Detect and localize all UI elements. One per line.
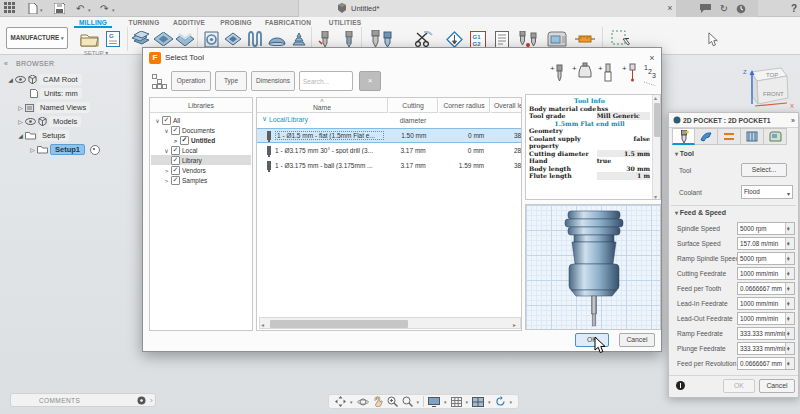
redo-caret[interactable]: ▾ (112, 7, 115, 13)
coolant-dropdown[interactable]: Flood▾ (741, 185, 793, 199)
filter-dimensions-button[interactable]: Dimensions (251, 71, 295, 91)
browser-item-units[interactable]: Units: mm (30, 88, 82, 99)
app-grid-icon[interactable] (4, 2, 18, 15)
browser-item-label[interactable]: Units: mm (40, 88, 82, 99)
column-header-corner-radius[interactable]: Corner radius (439, 98, 490, 113)
slot-milling-icon[interactable] (223, 29, 243, 49)
undo-caret[interactable]: ▾ (88, 7, 91, 13)
tool-section-header[interactable]: Tool (675, 150, 694, 157)
library-node-library[interactable]: Library (171, 156, 202, 165)
tool-library-icon[interactable] (516, 29, 542, 49)
lead-out-feedrate-input[interactable]: 1000 mm/min (737, 312, 795, 325)
tab-tool[interactable] (672, 128, 695, 145)
stepper-icon[interactable] (785, 358, 794, 369)
scroll-right-icon[interactable]: ▸ (513, 321, 516, 328)
window-selection-icon[interactable] (610, 29, 632, 49)
extensions-icon[interactable]: ↻ (718, 0, 730, 17)
post-process-gcode-icon[interactable]: G1G2 (468, 29, 488, 49)
library-node-vendors[interactable]: >Vendors (162, 166, 206, 175)
clear-search-button[interactable]: × (359, 71, 381, 91)
tool-select-button[interactable]: Select... (741, 163, 787, 177)
stepper-icon[interactable] (785, 223, 794, 234)
checkbox-icon[interactable] (171, 176, 180, 185)
table-group-row[interactable]: ∨Local/Library (260, 115, 308, 123)
lead-in-feedrate-input[interactable]: 1000 mm/min (737, 297, 795, 310)
trim-scissors-icon[interactable] (414, 29, 434, 49)
close-tab-icon[interactable]: × (664, 1, 676, 15)
drill-icon[interactable] (315, 29, 335, 49)
browser-item-models[interactable]: ▷ Models (16, 116, 81, 127)
spindle-speed-input[interactable]: 5000 rpm (737, 222, 795, 235)
operation-panel-header[interactable]: 2D POCKET : 2D POCKET1 » (669, 113, 798, 128)
file-menu-caret[interactable]: ▾ (40, 7, 43, 13)
comments-expand-icon[interactable]: › (150, 396, 153, 405)
tool-search-input[interactable] (299, 71, 353, 91)
document-tab[interactable]: Untitled* × (298, 0, 678, 17)
tab-heights[interactable] (718, 128, 741, 145)
column-header-name[interactable]: ᐱ Name (257, 98, 388, 113)
table-row-tool-1[interactable]: 1 - Ø1.5 mm - flat (1.5mm Flat e... 1.50… (257, 128, 522, 143)
setup-group-caption[interactable]: SETUP ▾ (74, 49, 118, 56)
tool-category-icon[interactable] (152, 74, 167, 89)
feed-per-revolution-input[interactable]: 0.0666667 mm (737, 357, 795, 370)
panel-flyout-icon[interactable]: » (791, 113, 795, 128)
filter-operation-button[interactable]: Operation (171, 71, 211, 91)
dialog-cancel-button[interactable]: Cancel (619, 333, 655, 347)
spiral-tower-icon[interactable] (289, 29, 309, 49)
pan-icon[interactable] (335, 396, 346, 407)
comments-bar[interactable]: COMMENTS › (10, 393, 156, 407)
checkbox-icon[interactable] (171, 166, 180, 175)
scroll-left-icon[interactable]: ◂ (261, 321, 264, 328)
viewports-icon[interactable] (472, 397, 484, 407)
redo-icon[interactable]: ↷ (100, 0, 108, 17)
browser-item-label[interactable]: Models (49, 116, 81, 127)
tab-probing[interactable]: PROBING (216, 18, 256, 28)
checkbox-icon[interactable] (162, 116, 171, 125)
visibility-eye-icon[interactable] (25, 118, 36, 125)
tool-info-scrollbar[interactable]: ▴ ▾ (652, 95, 660, 199)
expander-icon[interactable]: ◢ (6, 76, 15, 83)
workspace-switcher-button[interactable]: MANUFACTURE ▾ (6, 27, 68, 49)
table-row-tool-2[interactable]: 1 - Ø3.175 mm 30° - spot drill (3... 3.1… (257, 143, 522, 158)
stepper-icon[interactable] (785, 253, 794, 264)
new-setup-folder-icon[interactable] (78, 29, 100, 49)
stepper-icon[interactable] (785, 283, 794, 294)
column-header-overall-length[interactable]: Overall length (491, 98, 522, 113)
feed-per-tooth-input[interactable]: 0.0666667 mm (737, 282, 795, 295)
file-menu-icon[interactable] (28, 3, 38, 14)
library-node-all[interactable]: ∨All (153, 116, 180, 125)
measure-icon[interactable] (574, 29, 596, 49)
table-horizontal-scrollbar[interactable]: ◂ ▸ (259, 317, 521, 329)
inspect-surface-icon[interactable] (444, 29, 464, 49)
checkbox-icon[interactable] (171, 156, 180, 165)
browser-item-label[interactable]: Setups (38, 130, 69, 141)
expander-icon[interactable]: ▷ (28, 146, 37, 153)
pocket-2d-icon[interactable] (153, 29, 173, 49)
table-row-tool-3[interactable]: 1 - Ø3.175 mm - ball (3.175mm ... 3.17 m… (257, 158, 522, 173)
refresh-caret[interactable]: ▾ (510, 399, 513, 405)
chamfer-2d-icon[interactable] (175, 29, 195, 49)
checkbox-icon[interactable] (171, 126, 180, 135)
browser-collapse-icon[interactable]: « (4, 60, 8, 67)
stepper-icon[interactable] (785, 343, 794, 354)
viewcube[interactable]: TOP FRONT Z X (733, 58, 797, 116)
ramp-spindle-speed-input[interactable]: 5000 rpm (737, 252, 795, 265)
browser-item-named-views[interactable]: ▷ Named Views (16, 102, 90, 113)
history-clock-icon[interactable] (736, 4, 746, 14)
fit-icon[interactable] (402, 396, 413, 407)
viewports-caret[interactable]: ▾ (488, 399, 491, 405)
browser-item-setups[interactable]: ◢ Setups (16, 130, 69, 141)
tab-milling[interactable]: MILLING (74, 18, 112, 28)
undo-icon[interactable]: ↶ (76, 0, 84, 17)
panel-cancel-button[interactable]: Cancel (759, 379, 795, 393)
dialog-ok-button[interactable]: OK (575, 333, 609, 347)
setup-sheet-icon[interactable]: G (104, 29, 122, 49)
feed-speed-section-header[interactable]: Feed & Speed (675, 209, 726, 216)
library-node-local[interactable]: ∨Local (162, 146, 198, 155)
checkbox-icon[interactable] (180, 136, 189, 145)
orbit-icon[interactable] (357, 397, 369, 407)
grid-snap-icon[interactable] (451, 397, 462, 407)
pan-caret[interactable]: ▾ (350, 399, 353, 405)
display-settings-icon[interactable] (428, 397, 440, 407)
save-icon[interactable] (54, 3, 65, 14)
